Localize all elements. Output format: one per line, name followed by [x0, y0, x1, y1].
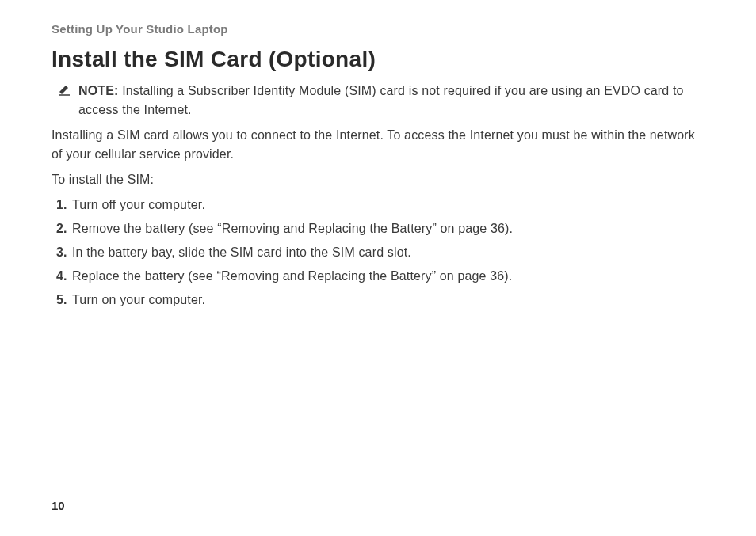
list-item: Turn on your computer.	[52, 291, 704, 310]
list-item: In the battery bay, slide the SIM card i…	[52, 243, 704, 262]
list-item: Turn off your computer.	[52, 196, 704, 215]
section-header: Setting Up Your Studio Laptop	[52, 22, 704, 36]
note-pencil-icon	[58, 83, 71, 99]
note-label: NOTE:	[78, 84, 119, 97]
note-text: NOTE: Installing a Subscriber Identity M…	[78, 82, 704, 120]
page-title: Install the SIM Card (Optional)	[52, 47, 704, 72]
note-block: NOTE: Installing a Subscriber Identity M…	[52, 82, 704, 120]
list-item: Remove the battery (see “Removing and Re…	[52, 219, 704, 238]
page-number: 10	[52, 499, 65, 512]
list-item: Replace the battery (see “Removing and R…	[52, 267, 704, 286]
note-body: Installing a Subscriber Identity Module …	[78, 84, 684, 116]
instruction-lead: To install the SIM:	[52, 170, 704, 189]
intro-paragraph: Installing a SIM card allows you to conn…	[52, 126, 704, 164]
steps-list: Turn off your computer. Remove the batte…	[52, 196, 704, 310]
